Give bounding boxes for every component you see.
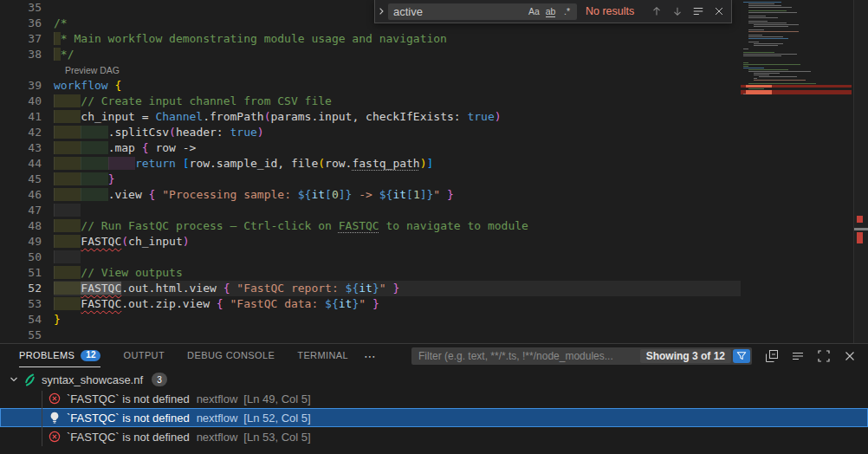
line-content: .view { "Processing sample: ${it[0]} -> … xyxy=(54,187,454,203)
problem-message: `FASTQC` is not defined xyxy=(67,392,190,405)
previous-match-icon[interactable] xyxy=(647,3,665,21)
ruler-error-marker xyxy=(857,232,863,243)
code-line[interactable]: 47 xyxy=(0,203,741,218)
view-as-table-icon[interactable] xyxy=(790,348,806,364)
line-number[interactable]: 39 xyxy=(0,78,54,94)
line-content: // Run FastQC process — Ctrl-click on FA… xyxy=(54,218,528,234)
line-number[interactable]: 52 xyxy=(0,281,54,296)
line-number[interactable]: 38 xyxy=(0,47,54,62)
find-in-selection-icon[interactable] xyxy=(689,3,707,21)
line-number[interactable]: 49 xyxy=(0,234,54,250)
line-number[interactable]: 36 xyxy=(0,16,54,31)
collapse-all-icon[interactable] xyxy=(764,348,780,364)
showing-count-badge: Showing 3 of 12 xyxy=(640,349,731,363)
problems-file-name: syntax_showcase.nf xyxy=(42,373,143,386)
code-line[interactable]: 48 // Run FastQC process — Ctrl-click on… xyxy=(0,218,741,234)
problem-row[interactable]: `FASTQC` is not definednextflow[Ln 52, C… xyxy=(0,408,868,427)
code-line[interactable]: 38 */ xyxy=(0,47,741,62)
find-widget: Aa ab .* No results xyxy=(374,0,732,23)
line-number[interactable]: 54 xyxy=(0,312,54,328)
match-case-icon[interactable]: Aa xyxy=(526,4,542,19)
tab-debug-console[interactable]: DEBUG CONSOLE xyxy=(187,344,275,367)
line-number[interactable]: 47 xyxy=(0,203,54,218)
line-number[interactable]: 55 xyxy=(0,328,54,343)
minimap-line xyxy=(759,76,797,77)
problem-source: nextflow xyxy=(197,431,238,444)
problem-position: [Ln 53, Col 5] xyxy=(243,431,310,444)
code-line[interactable]: 54} xyxy=(0,312,741,328)
line-number[interactable]: 35 xyxy=(0,0,54,16)
code-line[interactable]: 46 .view { "Processing sample: ${it[0]} … xyxy=(0,187,741,203)
chevron-down-icon[interactable] xyxy=(7,373,21,386)
regex-icon[interactable]: .* xyxy=(559,4,575,19)
find-input-box: Aa ab .* xyxy=(388,3,577,20)
line-content: } xyxy=(54,172,114,187)
code-line[interactable]: 42 .splitCsv(header: true) xyxy=(0,125,741,140)
lightbulb-icon xyxy=(48,411,62,425)
line-number[interactable] xyxy=(0,62,54,78)
line-number[interactable]: 40 xyxy=(0,94,54,109)
codelens-row[interactable]: Preview DAG xyxy=(0,62,741,78)
minimap[interactable] xyxy=(741,0,852,343)
code-line[interactable]: 53 FASTQC.out.zip.view { "FastQC data: $… xyxy=(0,296,741,312)
tab-label: PROBLEMS xyxy=(19,350,74,360)
minimap-line xyxy=(748,17,778,18)
line-number[interactable]: 51 xyxy=(0,265,54,281)
line-number[interactable]: 42 xyxy=(0,125,54,140)
problems-file-row[interactable]: syntax_showcase.nf 3 xyxy=(0,370,868,389)
line-content: FASTQC.out.zip.view { "FastQC data: ${it… xyxy=(54,296,379,312)
code-line[interactable]: 49 FASTQC(ch_input) xyxy=(0,234,741,250)
problem-position: [Ln 49, Col 5] xyxy=(243,392,310,405)
problems-filter-box: Showing 3 of 12 xyxy=(411,347,752,365)
line-number[interactable]: 45 xyxy=(0,172,54,187)
maximize-panel-icon[interactable] xyxy=(816,348,832,364)
close-panel-icon[interactable] xyxy=(842,348,858,364)
line-content: // Create input channel from CSV file xyxy=(54,94,332,109)
code-line[interactable]: 39workflow { xyxy=(0,78,741,94)
line-number[interactable]: 46 xyxy=(0,187,54,203)
panel-header: PROBLEMS12OUTPUTDEBUG CONSOLETERMINAL ⋯ … xyxy=(0,344,868,367)
line-content xyxy=(54,203,81,218)
tab-problems[interactable]: PROBLEMS12 xyxy=(19,344,100,367)
code-line[interactable]: 43 .map { row -> xyxy=(0,140,741,156)
tab-terminal[interactable]: TERMINAL xyxy=(297,344,348,367)
code-line[interactable]: 52 FASTQC.out.html.view { "FastQC report… xyxy=(0,281,741,296)
line-number[interactable]: 48 xyxy=(0,218,54,234)
problems-count-badge: 3 xyxy=(152,373,167,386)
tab-label: OUTPUT xyxy=(123,350,165,360)
line-content xyxy=(54,250,81,265)
tab-output[interactable]: OUTPUT xyxy=(123,344,165,367)
minimap-line xyxy=(743,94,746,94)
code-line[interactable]: 51 // View outputs xyxy=(0,265,741,281)
close-find-icon[interactable] xyxy=(709,3,728,21)
code-line[interactable]: 45 } xyxy=(0,172,741,187)
next-match-icon[interactable] xyxy=(668,3,686,21)
code-line[interactable]: 44 return [row.sample_id, file(row.fastq… xyxy=(0,156,741,172)
overview-ruler[interactable] xyxy=(853,0,868,343)
code-line[interactable]: 37 * Main workflow demonstrating module … xyxy=(0,31,741,47)
line-number[interactable]: 41 xyxy=(0,109,54,125)
problems-filter-input[interactable] xyxy=(411,350,640,362)
line-number[interactable]: 43 xyxy=(0,140,54,156)
line-number[interactable]: 53 xyxy=(0,296,54,312)
problem-row[interactable]: `FASTQC` is not definednextflow[Ln 49, C… xyxy=(0,389,868,408)
code-line[interactable]: 50 xyxy=(0,250,741,265)
problem-message: `FASTQC` is not defined xyxy=(67,412,190,425)
filter-funnel-icon[interactable] xyxy=(733,349,750,363)
code-line[interactable]: 41 ch_input = Channel.fromPath(params.in… xyxy=(0,109,741,125)
code-line[interactable]: 55 xyxy=(0,328,741,343)
line-number[interactable]: 44 xyxy=(0,156,54,172)
line-content: // View outputs xyxy=(54,265,183,281)
whole-word-icon[interactable]: ab xyxy=(542,4,559,19)
line-number[interactable]: 50 xyxy=(0,250,54,265)
problem-message: `FASTQC` is not defined xyxy=(67,431,190,444)
code-line[interactable]: 40 // Create input channel from CSV file xyxy=(0,94,741,109)
problem-row[interactable]: `FASTQC` is not definednextflow[Ln 53, C… xyxy=(0,427,868,446)
code-editor[interactable]: 3536/*37 * Main workflow demonstrating m… xyxy=(0,0,741,343)
more-tabs-icon[interactable]: ⋯ xyxy=(364,350,376,362)
find-input[interactable] xyxy=(393,5,526,18)
minimap-line xyxy=(748,7,792,8)
line-content: FASTQC.out.html.view { "FastQC report: $… xyxy=(54,281,399,296)
toggle-replace-icon[interactable] xyxy=(375,0,388,23)
line-number[interactable]: 37 xyxy=(0,31,54,47)
